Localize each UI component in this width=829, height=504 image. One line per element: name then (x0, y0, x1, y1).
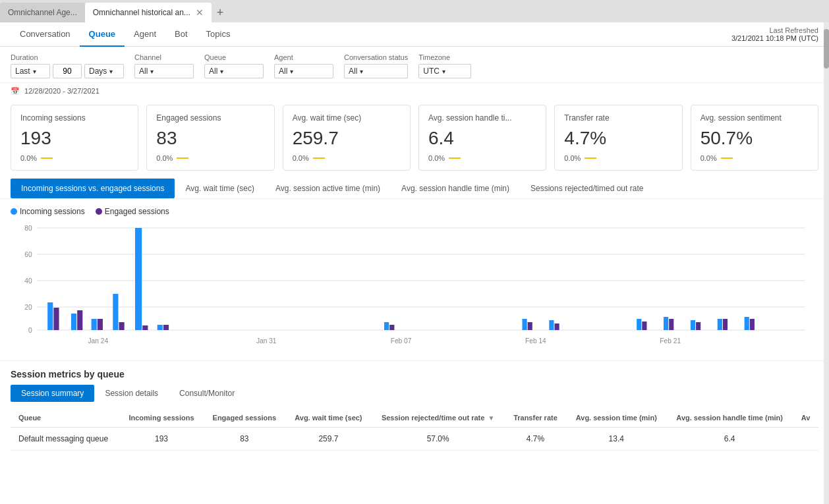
browser-tab-bar: Omnichannel Age... Omnichannel historica… (0, 0, 829, 22)
metric-delta-incoming: 0.0% (20, 154, 37, 162)
metrics-row: Incoming sessions 193 0.0% Engaged sessi… (0, 97, 829, 179)
metric-value-sentiment: 50.7% (700, 128, 809, 149)
svg-rect-18 (135, 228, 142, 330)
sub-tab-session-details[interactable]: Session details (94, 385, 169, 402)
metric-dash-incoming (41, 157, 53, 159)
duration-unit-select[interactable]: Days (84, 64, 124, 78)
agent-select[interactable]: All (274, 64, 333, 78)
filter-conversation-status: Conversation status All (344, 53, 408, 78)
metric-card-incoming-sessions: Incoming sessions 193 0.0% (11, 105, 138, 171)
tab-bot[interactable]: Bot (165, 22, 197, 47)
browser-tab-1[interactable]: Omnichannel Age... (0, 3, 85, 22)
metric-footer-sentiment: 0.0% (700, 154, 809, 162)
metric-dash-engaged (177, 157, 188, 159)
queue-select[interactable]: All (204, 64, 264, 78)
metric-dash-sentiment (721, 157, 733, 159)
sort-icon[interactable]: ▼ (488, 414, 494, 422)
svg-rect-17 (119, 322, 124, 330)
scrollbar-thumb[interactable] (824, 29, 829, 69)
svg-rect-39 (718, 319, 722, 330)
metric-footer-transfer: 0.0% (564, 154, 672, 162)
channel-select[interactable]: All (134, 64, 194, 78)
scrollbar-y[interactable] (824, 22, 829, 504)
svg-rect-34 (642, 322, 646, 330)
duration-period-select[interactable]: Last (11, 64, 50, 78)
metric-title-sentiment: Avg. session sentiment (700, 113, 809, 123)
tab-topics[interactable]: Topics (197, 22, 240, 47)
duration-controls: Last Days (11, 64, 124, 78)
chart-area: Incoming sessions Engaged sessions 80 60… (0, 199, 829, 361)
chart-tab-avg-active[interactable]: Avg. session active time (min) (265, 179, 391, 198)
last-refreshed-label: Last Refreshed (731, 26, 818, 34)
metric-footer-engaged: 0.0% (156, 154, 264, 162)
svg-rect-12 (71, 314, 76, 330)
cell-av (793, 428, 818, 451)
svg-text:Jan 24: Jan 24 (88, 337, 108, 345)
filter-channel: Channel All (134, 53, 194, 78)
metric-card-avg-wait: Avg. wait time (sec) 259.7 0.0% (283, 105, 411, 171)
svg-text:80: 80 (24, 225, 32, 232)
svg-rect-29 (522, 319, 527, 330)
svg-rect-37 (691, 320, 695, 330)
svg-text:Jan 31: Jan 31 (256, 337, 277, 345)
chart-tab-incoming-vs-engaged[interactable]: Incoming sessions vs. engaged sessions (11, 179, 175, 198)
last-refreshed-time: 3/21/2021 10:18 PM (UTC) (731, 34, 818, 42)
svg-rect-36 (669, 319, 673, 330)
conv-status-select[interactable]: All (344, 64, 408, 78)
col-av: Av (793, 408, 818, 428)
browser-tab-2[interactable]: Omnichannel historical an... ✕ (85, 3, 212, 22)
metric-card-transfer-rate: Transfer rate 4.7% 0.0% (554, 105, 682, 171)
svg-rect-42 (750, 319, 755, 330)
metric-value-incoming: 193 (20, 128, 129, 149)
calendar-icon: 📅 (11, 87, 20, 95)
filter-duration: Duration Last Days (11, 53, 124, 78)
duration-days-input[interactable] (53, 64, 82, 78)
metric-dash-avg-wait (313, 157, 325, 159)
tab-agent[interactable]: Agent (125, 22, 165, 47)
cell-engaged-sessions: 83 (204, 428, 286, 451)
timezone-select[interactable]: UTC (418, 64, 471, 78)
chart-tabs: Incoming sessions vs. engaged sessions A… (0, 179, 829, 199)
queue-label: Queue (204, 53, 264, 61)
cell-avg-wait-time: 259.7 (285, 428, 372, 451)
timezone-label: Timezone (418, 53, 471, 61)
metric-delta-engaged: 0.0% (156, 154, 173, 162)
svg-rect-32 (555, 323, 559, 330)
legend-dot-incoming (11, 208, 17, 215)
col-avg-session-handle: Avg. session handle time (min) (666, 408, 793, 428)
close-icon[interactable]: ✕ (196, 7, 204, 18)
date-range: 📅 12/28/2020 - 3/27/2021 (0, 83, 829, 97)
col-incoming-sessions: Incoming sessions (119, 408, 203, 428)
svg-text:0: 0 (28, 327, 32, 334)
col-queue: Queue (11, 408, 119, 428)
cell-incoming-sessions: 193 (119, 428, 203, 451)
svg-rect-13 (77, 310, 82, 330)
legend-incoming: Incoming sessions (11, 207, 85, 216)
col-session-rejected[interactable]: Session rejected/time out rate ▼ (372, 408, 505, 428)
svg-rect-38 (696, 322, 700, 330)
table-header-row: Queue Incoming sessions Engaged sessions… (11, 408, 818, 428)
chart-tab-rejected-rate[interactable]: Sessions rejected/timed out rate (520, 179, 654, 198)
add-tab-button[interactable]: + (212, 6, 229, 20)
tab-conversation[interactable]: Conversation (11, 22, 80, 47)
filters-row: Duration Last Days Channel All (0, 47, 829, 83)
svg-rect-33 (637, 319, 641, 330)
metric-delta-avg-handle: 0.0% (428, 154, 445, 162)
cell-session-rejected: 57.0% (372, 428, 505, 451)
last-refreshed: Last Refreshed 3/21/2021 10:18 PM (UTC) (731, 24, 818, 45)
col-engaged-sessions: Engaged sessions (204, 408, 286, 428)
metric-delta-transfer: 0.0% (564, 154, 581, 162)
chart-tab-avg-handle[interactable]: Avg. session handle time (min) (391, 179, 520, 198)
agent-label: Agent (274, 53, 333, 61)
tab-queue[interactable]: Queue (80, 22, 125, 47)
cell-queue: Default messaging queue (11, 428, 119, 451)
col-avg-session-time: Avg. session time (min) (566, 408, 666, 428)
chart-tab-avg-wait[interactable]: Avg. wait time (sec) (175, 179, 264, 198)
sub-tab-consult-monitor[interactable]: Consult/Monitor (169, 385, 245, 402)
cell-avg-session-handle: 6.4 (666, 428, 793, 451)
browser-tab-1-label: Omnichannel Age... (8, 8, 77, 17)
metric-value-avg-wait: 259.7 (293, 128, 401, 149)
sub-tab-session-summary[interactable]: Session summary (11, 385, 94, 402)
svg-rect-11 (53, 308, 59, 330)
metric-value-avg-handle: 6.4 (428, 128, 536, 149)
